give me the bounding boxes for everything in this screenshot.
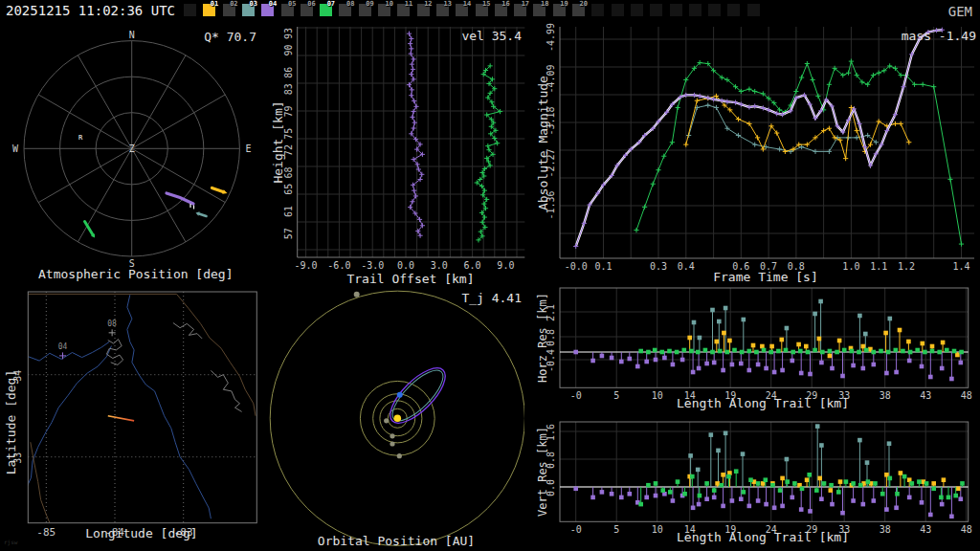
- station-chip-empty[interactable]: [591, 4, 604, 16]
- svg-text:38: 38: [880, 390, 891, 401]
- light-curve-plot: -0.00.10.30.40.60.70.81.01.11.21.4-4.99-…: [531, 23, 980, 287]
- station-chip-empty[interactable]: [612, 4, 624, 16]
- svg-text:-0.0: -0.0: [565, 261, 588, 272]
- svg-text:-0: -0: [570, 524, 582, 535]
- residual-grid: [560, 288, 969, 387]
- svg-text:9.0: 9.0: [497, 260, 514, 271]
- station-chip-05[interactable]: 05: [281, 4, 294, 16]
- station-chip-empty[interactable]: [184, 4, 196, 16]
- station-chip-09[interactable]: 09: [359, 4, 371, 16]
- svg-text:0.3: 0.3: [650, 261, 667, 272]
- length-along-trail-xlabel-2: Length Along Trail [km]: [667, 530, 858, 544]
- station-chip-empty[interactable]: [747, 4, 760, 16]
- station-chip-18[interactable]: 18: [533, 4, 546, 16]
- station-chip-label: 08: [346, 0, 354, 8]
- lightcurve-grid: [560, 27, 974, 258]
- svg-text:10: 10: [652, 524, 663, 535]
- residual-axes: [560, 422, 969, 521]
- station-chip-16[interactable]: 16: [495, 4, 507, 16]
- map-features: [26, 294, 256, 522]
- longitude-xlabel: Longitude [deg]: [46, 526, 237, 540]
- station-chip-03[interactable]: 03: [242, 4, 255, 16]
- absolute-magnitude-ylabel: Absolute Magnitude: [536, 38, 550, 249]
- svg-text:W: W: [12, 143, 19, 154]
- svg-text:1.4: 1.4: [952, 261, 969, 272]
- svg-text:5: 5: [613, 524, 619, 535]
- station-chip-02[interactable]: 02: [223, 4, 235, 16]
- station-chip-empty[interactable]: [670, 4, 682, 16]
- station-chip-label: 10: [386, 0, 393, 8]
- station-chip-04[interactable]: 04: [261, 4, 274, 16]
- ground-track-map: 0408-85-84-833433: [0, 287, 268, 551]
- station-chip-bar: 0102030405060708091011121314151617181920: [0, 0, 980, 23]
- meteor-analysis-screen: 20251215 11:02:36 UTC 010203040506070809…: [0, 0, 980, 551]
- svg-text:04: 04: [58, 342, 68, 351]
- trail-series: [407, 32, 502, 243]
- station-chip-20[interactable]: 20: [572, 4, 585, 16]
- station-chip-01[interactable]: 01: [203, 4, 215, 16]
- vert-res-ylabel: Vert Res [km]: [536, 366, 549, 551]
- tisserand-value-label: T_j 4.41: [378, 291, 522, 305]
- residual-series: [573, 424, 964, 518]
- station-chip-07[interactable]: 07: [320, 4, 332, 16]
- svg-text:6.0: 6.0: [464, 260, 481, 271]
- mass-value-label: mass -1.49: [833, 29, 976, 43]
- svg-text:48: 48: [961, 524, 972, 535]
- svg-text:3.0: 3.0: [431, 260, 448, 271]
- station-chip-06[interactable]: 06: [301, 4, 313, 16]
- trail-axes: [298, 27, 525, 257]
- station-chip-label: 20: [580, 0, 588, 8]
- station-chip-13[interactable]: 13: [436, 4, 449, 16]
- station-chip-label: 18: [541, 0, 548, 8]
- trail-x-ticks: -9.0-6.0-3.00.03.06.09.0: [295, 260, 515, 271]
- residual-axes: [560, 288, 969, 387]
- frame-time-xlabel: Frame Time [s]: [670, 270, 861, 284]
- watermark: rjsw: [4, 539, 17, 545]
- latitude-ylabel: Latitude [deg]: [4, 318, 18, 528]
- station-chip-label: 06: [307, 0, 315, 8]
- earth-marker: [397, 392, 403, 398]
- svg-text:Z: Z: [129, 143, 135, 154]
- station-chip-12[interactable]: 12: [417, 4, 430, 16]
- orbital-plot-title: Orbital Position [AU]: [301, 534, 492, 548]
- station-chip-empty[interactable]: [650, 4, 662, 16]
- station-chip-empty[interactable]: [708, 4, 721, 16]
- atmospheric-plot-title: Atmospheric Position [deg]: [38, 267, 230, 281]
- station-chip-label: 07: [327, 0, 335, 8]
- svg-text:-9.0: -9.0: [295, 260, 318, 271]
- svg-text:0.1: 0.1: [594, 261, 612, 272]
- svg-text:1.2: 1.2: [898, 261, 915, 272]
- station-chip-empty[interactable]: [689, 4, 702, 16]
- station-chip-11[interactable]: 11: [397, 4, 410, 16]
- station-chip-19[interactable]: 19: [553, 4, 566, 16]
- station-chip-label: 02: [230, 0, 237, 8]
- velocity-value-label: vel 35.4: [378, 29, 522, 43]
- map-axes: [28, 292, 256, 523]
- station-chip-empty[interactable]: [727, 4, 740, 16]
- meteor-orbit-ellipse: [382, 360, 454, 431]
- svg-text:08: 08: [107, 320, 117, 328]
- station-chip-label: 09: [366, 0, 373, 8]
- station-chip-label: 16: [501, 0, 509, 8]
- residual-grid: [560, 422, 969, 521]
- svg-text:-0: -0: [570, 390, 582, 401]
- svg-text:43: 43: [920, 524, 931, 535]
- radiant-marker: R: [78, 134, 83, 142]
- station-chip-label: 15: [482, 0, 490, 8]
- station-chip-17[interactable]: 17: [514, 4, 526, 16]
- station-chip-empty[interactable]: [631, 4, 643, 16]
- station-chip-10[interactable]: 10: [378, 4, 390, 16]
- svg-text:0.0: 0.0: [397, 260, 414, 271]
- station-chip-label: 03: [249, 0, 256, 8]
- ground-track: [108, 416, 134, 421]
- trail-offset-xlabel: Trail Offset [km]: [315, 272, 506, 286]
- station-chip-14[interactable]: 14: [456, 4, 468, 16]
- trail-offset-plot: -9.0-6.0-3.00.03.06.09.09390868379757268…: [268, 23, 546, 287]
- station-chip-label: 05: [288, 0, 296, 8]
- height-ylabel: Height [km]: [271, 37, 285, 248]
- station-chip-label: 01: [211, 0, 218, 8]
- trail-grid: [298, 27, 525, 257]
- station-chip-label: 14: [463, 0, 471, 8]
- station-chip-08[interactable]: 08: [339, 4, 351, 16]
- station-chip-15[interactable]: 15: [476, 4, 488, 16]
